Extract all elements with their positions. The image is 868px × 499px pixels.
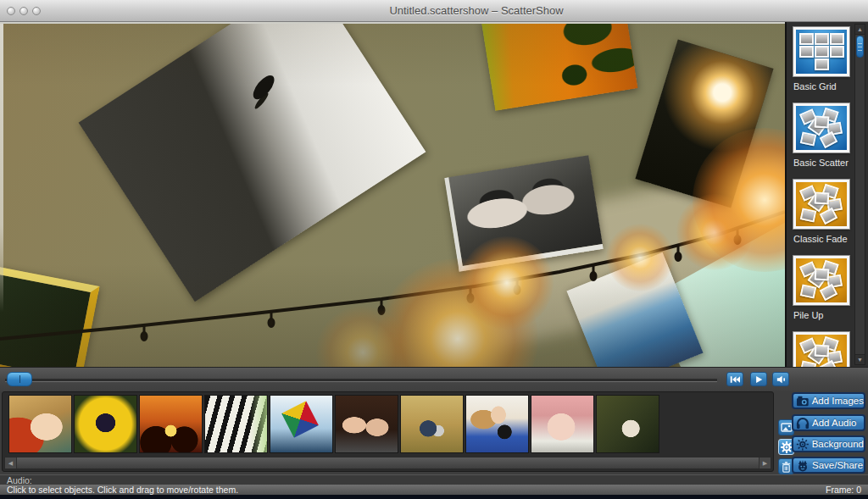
template-thumbnail[interactable]	[793, 256, 849, 305]
mini-photo	[800, 208, 817, 222]
filmstrip	[9, 396, 659, 452]
skip-to-start-icon	[730, 375, 740, 384]
speaker-icon	[776, 375, 786, 384]
mini-photo	[815, 115, 830, 128]
window-title: Untitled.scattershow – ScatterShow	[389, 0, 563, 22]
bottom-panel: ◀ ▶	[0, 391, 868, 474]
play-icon	[754, 375, 763, 384]
filmstrip-thumbnail[interactable]	[75, 396, 136, 452]
preview-canvas[interactable]	[0, 22, 785, 367]
mini-photo	[799, 46, 814, 58]
filmstrip-thumbnail[interactable]	[401, 396, 463, 452]
filmstrip-scrollbar[interactable]: ◀ ▶	[4, 457, 771, 469]
filmstrip-panel: ◀ ▶	[2, 391, 774, 472]
save-share-button[interactable]: Save/Share	[792, 457, 865, 474]
scattershow-window: Untitled.scattershow – ScatterShow	[0, 0, 868, 499]
scroll-up-icon[interactable]: ▲	[855, 25, 865, 35]
headphones-icon	[796, 417, 810, 430]
frame-counter: Frame: 0	[826, 485, 861, 495]
add-images-label: Add Images	[812, 396, 864, 406]
template-thumbnail[interactable]	[793, 103, 849, 152]
scroll-down-icon[interactable]: ▼	[855, 354, 865, 364]
mini-photo	[830, 46, 844, 58]
sun-icon	[796, 438, 810, 451]
mini-photo	[815, 191, 830, 204]
mini-photo	[800, 131, 817, 146]
play-button[interactable]	[750, 372, 767, 386]
filmstrip-thumbnail[interactable]	[336, 396, 398, 452]
mini-photo	[815, 58, 829, 70]
add-audio-label: Add Audio	[812, 418, 856, 428]
filmstrip-thumbnail[interactable]	[466, 396, 528, 452]
mini-photo	[815, 46, 829, 58]
settings-gear-icon	[781, 441, 793, 453]
hint-text: Click to select objects. Click and drag …	[7, 485, 238, 495]
template-item-basic-scatter[interactable]: Basic Scatter	[793, 103, 849, 169]
zoom-window-button[interactable]	[32, 7, 41, 15]
audio-status-bar: Audio:	[0, 474, 868, 485]
templates-scrollbar[interactable]: ▲ ▼	[854, 24, 865, 365]
trash-icon	[781, 461, 792, 473]
crown-icon	[796, 459, 810, 472]
template-thumbnail[interactable]	[793, 27, 849, 76]
template-item-basic-grid[interactable]: Basic Grid	[793, 27, 849, 92]
desktop-strip	[0, 495, 868, 499]
template-thumbnail[interactable]	[793, 332, 849, 367]
title-bar[interactable]: Untitled.scattershow – ScatterShow	[0, 0, 868, 22]
template-item-pile-up[interactable]: Pile Up	[793, 256, 849, 321]
scrollbar-thumb[interactable]	[856, 36, 864, 58]
string-lights-wire	[0, 24, 785, 367]
add-audio-button[interactable]: Add Audio	[792, 414, 865, 431]
skip-to-start-button[interactable]	[726, 372, 743, 386]
mini-photo	[799, 33, 814, 45]
timeline-scrubber-handle[interactable]	[7, 372, 32, 386]
template-label: Pile Up	[793, 310, 849, 321]
background-image-icon	[781, 422, 793, 433]
background-button[interactable]: Background	[792, 435, 865, 452]
background-label: Background	[812, 439, 864, 449]
close-window-button[interactable]	[7, 7, 15, 15]
filmstrip-thumbnail[interactable]	[9, 396, 71, 452]
transport-bar	[0, 367, 868, 391]
mini-photo	[830, 33, 844, 45]
template-item-classic-fade[interactable]: Classic Fade	[793, 180, 849, 245]
scroll-right-icon[interactable]: ▶	[759, 457, 771, 469]
mini-photo	[800, 284, 817, 298]
templates-sidebar: Basic Grid Basic Scatter Classic Fade Pi…	[785, 22, 868, 367]
camera-icon	[796, 395, 810, 408]
volume-button[interactable]	[772, 372, 789, 386]
scroll-left-icon[interactable]: ◀	[5, 457, 17, 469]
filmstrip-thumbnail[interactable]	[531, 396, 593, 452]
template-item-partial[interactable]	[793, 332, 849, 367]
filmstrip-thumbnail[interactable]	[597, 396, 659, 452]
filmstrip-thumbnail[interactable]	[205, 396, 267, 452]
kite-graphic	[275, 396, 325, 444]
filmstrip-thumbnail[interactable]	[270, 396, 332, 452]
mini-photo	[815, 268, 830, 280]
template-label: Basic Grid	[793, 81, 849, 92]
add-images-button[interactable]: Add Images	[792, 392, 865, 409]
template-label: Basic Scatter	[793, 158, 849, 169]
mini-photo	[815, 344, 830, 357]
canvas-left-edge	[0, 24, 3, 312]
hint-status-bar: Click to select objects. Click and drag …	[0, 485, 868, 495]
save-share-label: Save/Share	[812, 460, 863, 470]
template-label: Classic Fade	[793, 234, 849, 245]
minimize-window-button[interactable]	[19, 7, 28, 15]
template-thumbnail[interactable]	[793, 180, 849, 229]
template-list: Basic Grid Basic Scatter Classic Fade Pi…	[793, 27, 849, 367]
timeline-track[interactable]	[5, 379, 717, 382]
filmstrip-thumbnail[interactable]	[140, 396, 202, 452]
mini-photo	[815, 33, 829, 45]
